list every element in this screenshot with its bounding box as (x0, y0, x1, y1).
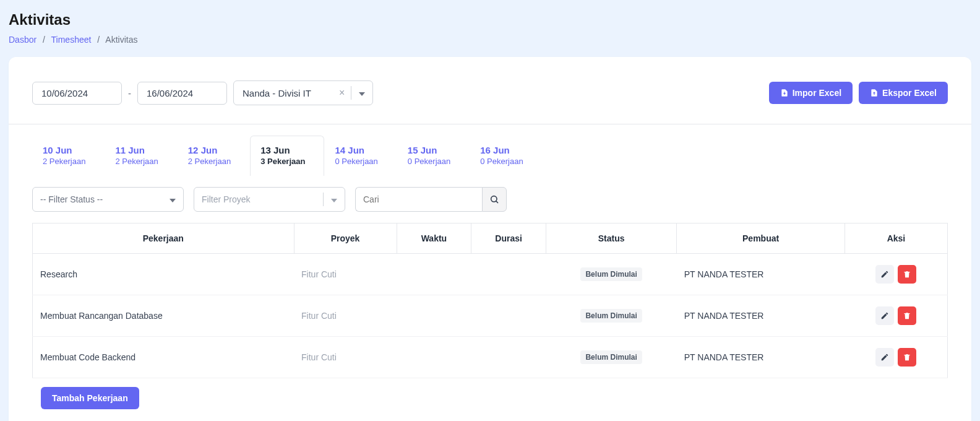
tab-date-label: 10 Jun (43, 145, 85, 155)
tab-sub-label: 3 Pekerjaan (260, 157, 305, 166)
subfilters: -- Filter Status -- Filter Proyek (9, 176, 971, 223)
tab-date-label: 13 Jun (260, 145, 305, 155)
edit-button[interactable] (875, 306, 894, 325)
th-durasi: Durasi (471, 224, 546, 254)
cell-waktu (397, 337, 471, 378)
filter-status-select[interactable]: -- Filter Status -- (32, 187, 184, 212)
tab-date-label: 12 Jun (188, 145, 231, 155)
date-to-input[interactable] (137, 82, 227, 105)
th-status: Status (546, 224, 677, 254)
cell-pekerjaan: Membuat Code Backend (33, 337, 294, 378)
th-pembuat: Pembuat (677, 224, 845, 254)
search-input[interactable] (355, 187, 482, 212)
date-dash: - (128, 88, 131, 98)
tab-date-label: 16 Jun (480, 145, 523, 155)
export-excel-button[interactable]: Ekspor Excel (859, 82, 948, 104)
import-label: Impor Excel (793, 88, 841, 98)
date-tab[interactable]: 15 Jun0 Pekerjaan (397, 136, 470, 176)
import-excel-button[interactable]: Impor Excel (769, 82, 853, 104)
tab-sub-label: 0 Pekerjaan (480, 157, 523, 166)
pencil-icon (880, 353, 889, 362)
status-badge: Belum Dimulai (580, 309, 642, 323)
main-card: - Nanda - Divisi IT × Impor Excel Ekspor… (9, 57, 971, 421)
cell-aksi (845, 295, 947, 337)
th-aksi: Aksi (845, 224, 947, 254)
delete-button[interactable] (898, 265, 916, 284)
svg-line-1 (496, 201, 498, 203)
add-row-section: Tambah Pekerjaan (9, 378, 971, 421)
cell-waktu (397, 295, 471, 337)
tab-sub-label: 2 Pekerjaan (43, 157, 85, 166)
cell-proyek: Fitur Cuti (294, 254, 397, 295)
cell-pembuat: PT NANDA TESTER (677, 254, 845, 295)
date-tab[interactable]: 14 Jun0 Pekerjaan (324, 136, 397, 176)
status-badge: Belum Dimulai (580, 267, 642, 281)
cell-status: Belum Dimulai (546, 337, 677, 378)
breadcrumb-sep: / (97, 35, 100, 45)
trash-icon (903, 353, 911, 362)
tab-date-label: 15 Jun (408, 145, 450, 155)
edit-button[interactable] (875, 348, 894, 367)
th-waktu: Waktu (397, 224, 471, 254)
filter-project-select[interactable]: Filter Proyek (194, 187, 345, 212)
export-label: Ekspor Excel (882, 88, 937, 98)
table-row: Membuat Rancangan DatabaseFitur CutiBelu… (33, 295, 948, 337)
employee-select-value: Nanda - Divisi IT (234, 88, 333, 98)
status-badge: Belum Dimulai (580, 350, 642, 364)
breadcrumb: Dasbor / Timesheet / Aktivitas (0, 35, 980, 57)
pencil-icon (880, 270, 889, 279)
file-download-icon (780, 89, 789, 97)
cell-aksi (845, 254, 947, 295)
tab-date-label: 14 Jun (335, 145, 377, 155)
date-from-input[interactable] (32, 82, 122, 105)
chevron-down-icon[interactable] (351, 88, 372, 98)
th-pekerjaan: Pekerjaan (33, 224, 294, 254)
date-tabs: 10 Jun2 Pekerjaan11 Jun2 Pekerjaan12 Jun… (9, 124, 971, 176)
breadcrumb-timesheet[interactable]: Timesheet (51, 35, 92, 45)
trash-icon (903, 311, 911, 320)
page-title: Aktivitas (0, 0, 980, 35)
th-proyek: Proyek (294, 224, 397, 254)
tab-sub-label: 0 Pekerjaan (335, 157, 377, 166)
edit-button[interactable] (875, 265, 894, 284)
table-row: ResearchFitur CutiBelum DimulaiPT NANDA … (33, 254, 948, 295)
close-icon[interactable]: × (333, 87, 351, 98)
filter-status-placeholder: -- Filter Status -- (40, 194, 103, 204)
date-tab[interactable]: 16 Jun0 Pekerjaan (470, 136, 542, 176)
cell-status: Belum Dimulai (546, 254, 677, 295)
tab-sub-label: 2 Pekerjaan (115, 157, 158, 166)
cell-pembuat: PT NANDA TESTER (677, 337, 845, 378)
search-group (355, 187, 507, 212)
cell-pekerjaan: Research (33, 254, 294, 295)
filters-left: - Nanda - Divisi IT × (32, 80, 373, 105)
cell-status: Belum Dimulai (546, 295, 677, 337)
project-link[interactable]: Fitur Cuti (301, 269, 337, 279)
cell-durasi (471, 254, 546, 295)
file-upload-icon (870, 89, 879, 97)
project-link[interactable]: Fitur Cuti (301, 352, 337, 362)
delete-button[interactable] (898, 306, 916, 325)
delete-button[interactable] (898, 348, 916, 367)
cell-proyek: Fitur Cuti (294, 295, 397, 337)
employee-select[interactable]: Nanda - Divisi IT × (233, 80, 373, 105)
table-row: Membuat Code BackendFitur CutiBelum Dimu… (33, 337, 948, 378)
cell-durasi (471, 295, 546, 337)
tab-sub-label: 0 Pekerjaan (408, 157, 450, 166)
search-button[interactable] (482, 187, 507, 212)
breadcrumb-current: Aktivitas (105, 35, 137, 45)
date-tab[interactable]: 11 Jun2 Pekerjaan (105, 136, 177, 176)
action-buttons: Impor Excel Ekspor Excel (769, 82, 948, 104)
breadcrumb-dasbor[interactable]: Dasbor (9, 35, 37, 45)
tab-sub-label: 2 Pekerjaan (188, 157, 231, 166)
filters-top: - Nanda - Divisi IT × Impor Excel Ekspor… (9, 57, 971, 124)
breadcrumb-sep: / (43, 35, 45, 45)
date-tab[interactable]: 12 Jun2 Pekerjaan (178, 136, 250, 176)
date-tab[interactable]: 10 Jun2 Pekerjaan (32, 136, 105, 176)
table-header-row: Pekerjaan Proyek Waktu Durasi Status Pem… (33, 224, 948, 254)
chevron-down-icon (170, 194, 176, 204)
cell-pembuat: PT NANDA TESTER (677, 295, 845, 337)
date-tab[interactable]: 13 Jun3 Pekerjaan (250, 136, 324, 176)
add-work-button[interactable]: Tambah Pekerjaan (41, 387, 139, 409)
project-link[interactable]: Fitur Cuti (301, 311, 337, 321)
cell-aksi (845, 337, 947, 378)
